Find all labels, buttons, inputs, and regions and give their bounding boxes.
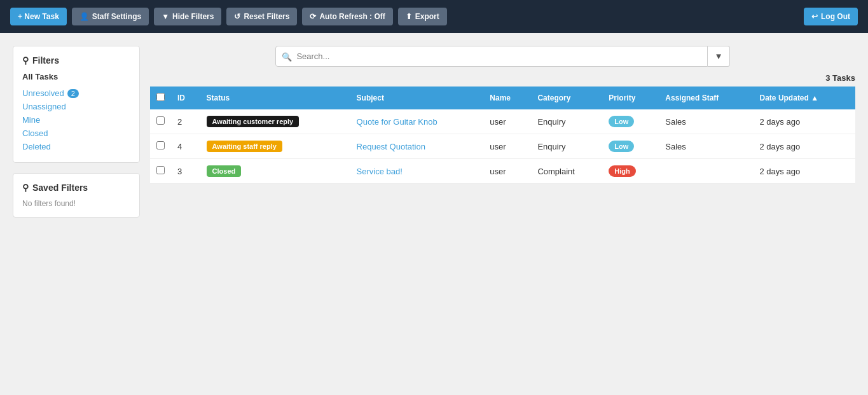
row-checkbox[interactable]: [156, 141, 165, 149]
priority-badge: Low: [609, 116, 634, 127]
unresolved-label: Unresolved: [22, 88, 64, 98]
row-priority: Low: [602, 134, 659, 159]
search-bar: 🔍 ▼: [150, 46, 855, 67]
reset-icon: ↺: [234, 12, 240, 21]
row-assigned-staff: Sales: [659, 109, 753, 134]
saved-filter-icon: ⚲: [22, 183, 29, 193]
row-checkbox-cell: [150, 109, 171, 134]
row-date-updated: 2 days ago: [754, 159, 855, 184]
all-tasks-label: All Tasks: [22, 72, 130, 81]
staff-settings-icon: 👤: [79, 12, 89, 21]
closed-label: Closed: [22, 128, 48, 138]
auto-refresh-button[interactable]: ⟳ Auto Refresh : Off: [302, 8, 392, 25]
header-status[interactable]: Status: [200, 87, 350, 109]
staff-settings-button[interactable]: 👤 Staff Settings: [72, 8, 149, 25]
row-status: Closed: [200, 159, 350, 184]
chevron-down-icon: ▼: [714, 52, 722, 61]
deleted-label: Deleted: [22, 142, 51, 151]
mine-label: Mine: [22, 115, 40, 125]
navbar-left: + New Task 👤 Staff Settings ▼ Hide Filte…: [10, 8, 447, 25]
logout-icon: ↩: [811, 12, 818, 21]
search-icon: 🔍: [282, 52, 292, 61]
header-id[interactable]: ID: [171, 87, 200, 109]
tasks-count: 3 Tasks: [150, 73, 855, 83]
row-checkbox-cell: [150, 134, 171, 159]
table-row: 3ClosedService bad!userComplaintHigh2 da…: [150, 159, 855, 184]
sidebar-item-unassigned[interactable]: Unassigned: [22, 100, 130, 113]
header-assigned-staff[interactable]: Assigned Staff: [659, 87, 753, 109]
row-priority: High: [602, 159, 659, 184]
status-badge: Awaiting staff reply: [207, 141, 282, 152]
export-button[interactable]: ⬆ Export: [398, 8, 447, 25]
table-row: 2Awaiting customer replyQuote for Guitar…: [150, 109, 855, 134]
row-priority: Low: [602, 109, 659, 134]
no-filters-text: No filters found!: [22, 199, 130, 208]
row-assigned-staff: [659, 159, 753, 184]
search-dropdown-button[interactable]: ▼: [708, 46, 729, 67]
row-category: Enquiry: [531, 109, 602, 134]
export-icon: ⬆: [406, 12, 412, 21]
row-assigned-staff: Sales: [659, 134, 753, 159]
new-task-button[interactable]: + New Task: [10, 8, 67, 25]
table-header-row: ID Status Subject Name Category Priority…: [150, 87, 855, 109]
priority-badge: High: [609, 165, 635, 177]
content-area: 🔍 ▼ 3 Tasks ID Status Subject Name: [150, 46, 855, 228]
search-input[interactable]: [275, 46, 708, 67]
status-badge: Closed: [207, 165, 242, 177]
filter-funnel-icon: ⚲: [22, 55, 29, 66]
header-priority[interactable]: Priority: [602, 87, 659, 109]
row-name: user: [483, 159, 531, 184]
row-date-updated: 2 days ago: [754, 134, 855, 159]
row-checkbox-cell: [150, 159, 171, 184]
refresh-icon: ⟳: [310, 12, 316, 21]
status-badge: Awaiting customer reply: [207, 116, 300, 127]
row-name: user: [483, 134, 531, 159]
row-id: 3: [171, 159, 200, 184]
filter-box: ⚲ Filters All Tasks Unresolved 2 Unassig…: [13, 46, 140, 163]
row-subject[interactable]: Quote for Guitar Knob: [350, 109, 484, 134]
row-id: 4: [171, 134, 200, 159]
saved-filter-box: ⚲ Saved Filters No filters found!: [13, 173, 140, 218]
row-category: Complaint: [531, 159, 602, 184]
header-checkbox-col: [150, 87, 171, 109]
header-date-updated[interactable]: Date Updated ▲: [754, 87, 855, 109]
sidebar-item-mine[interactable]: Mine: [22, 113, 130, 127]
row-subject[interactable]: Service bad!: [350, 159, 484, 184]
row-subject[interactable]: Request Quotation: [350, 134, 484, 159]
row-checkbox[interactable]: [156, 116, 165, 125]
main-container: ⚲ Filters All Tasks Unresolved 2 Unassig…: [0, 33, 868, 240]
header-name[interactable]: Name: [483, 87, 531, 109]
header-category[interactable]: Category: [531, 87, 602, 109]
navbar-right: ↩ Log Out: [804, 8, 858, 25]
logout-button[interactable]: ↩ Log Out: [804, 8, 858, 25]
table-row: 4Awaiting staff replyRequest Quotationus…: [150, 134, 855, 159]
row-status: Awaiting customer reply: [200, 109, 350, 134]
reset-filters-button[interactable]: ↺ Reset Filters: [226, 8, 297, 25]
sidebar-item-closed[interactable]: Closed: [22, 127, 130, 140]
priority-badge: Low: [609, 141, 634, 152]
filter-icon: ▼: [162, 12, 169, 21]
row-checkbox[interactable]: [156, 166, 165, 174]
sidebar-item-unresolved[interactable]: Unresolved 2: [22, 87, 130, 100]
saved-filters-title: ⚲ Saved Filters: [22, 183, 130, 193]
filters-title: ⚲ Filters: [22, 55, 130, 66]
header-subject[interactable]: Subject: [350, 87, 484, 109]
row-id: 2: [171, 109, 200, 134]
row-name: user: [483, 109, 531, 134]
unresolved-badge: 2: [67, 89, 79, 98]
navbar: + New Task 👤 Staff Settings ▼ Hide Filte…: [0, 0, 868, 33]
search-input-wrap: 🔍: [275, 46, 708, 67]
sidebar-item-deleted[interactable]: Deleted: [22, 140, 130, 153]
hide-filters-button[interactable]: ▼ Hide Filters: [154, 8, 221, 25]
sidebar: ⚲ Filters All Tasks Unresolved 2 Unassig…: [13, 46, 140, 228]
task-table: ID Status Subject Name Category Priority…: [150, 87, 855, 184]
select-all-checkbox[interactable]: [156, 93, 165, 101]
row-status: Awaiting staff reply: [200, 134, 350, 159]
row-category: Enquiry: [531, 134, 602, 159]
row-date-updated: 2 days ago: [754, 109, 855, 134]
unassigned-label: Unassigned: [22, 102, 66, 111]
